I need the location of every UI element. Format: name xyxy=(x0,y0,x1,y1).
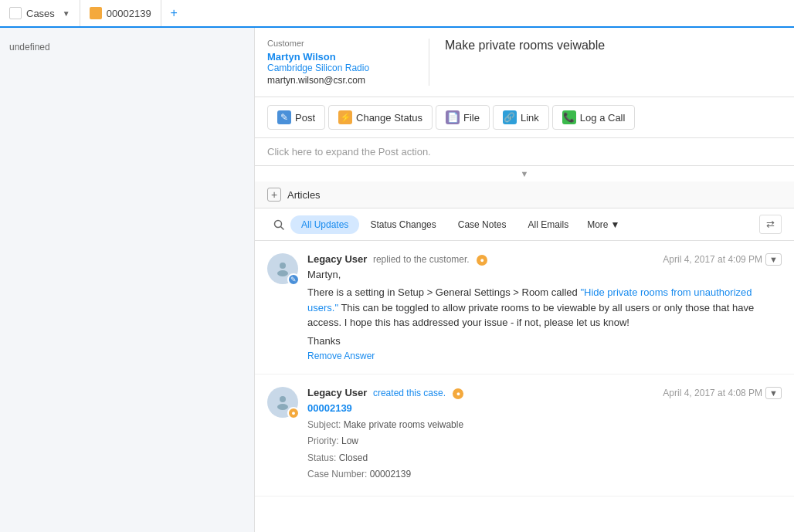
feed-created-action[interactable]: created this case. xyxy=(373,388,448,398)
feed-body: Legacy User replied to the customer. ● A… xyxy=(307,253,782,361)
tab-bar: Cases ▼ 00002139 + xyxy=(0,0,794,28)
feed-salutation: Martyn, xyxy=(307,269,782,280)
feed-item: ● Legacy User created this case. ● April… xyxy=(255,374,794,496)
add-tab-button[interactable]: + xyxy=(161,0,187,26)
priority-label: Priority: xyxy=(307,435,339,446)
priority-value: Low xyxy=(341,435,358,446)
add-tab-icon: + xyxy=(171,6,178,20)
post-expand-text: Click here to expand the Post action. xyxy=(267,146,431,158)
main-content: Customer Martyn Wilson Cambridge Silicon… xyxy=(255,28,794,532)
search-icon xyxy=(273,219,284,230)
post-label: Post xyxy=(295,112,315,124)
feed-thanks: Thanks xyxy=(307,335,782,347)
svg-point-3 xyxy=(277,270,288,276)
action-toolbar: ✎ Post ⚡ Change Status 📄 File 🔗 Link 📞 L… xyxy=(255,97,794,138)
cases-folder-icon xyxy=(9,7,22,19)
subject-value: Make private rooms veiwable xyxy=(344,419,463,430)
expand-arrow-icon: ▼ xyxy=(255,166,794,181)
status-label: Status: xyxy=(307,452,336,463)
filter-tab-case-notes[interactable]: Case Notes xyxy=(447,215,517,234)
main-layout: undefined Customer Martyn Wilson Cambrid… xyxy=(0,28,794,532)
feed-header-left: Legacy User created this case. ● xyxy=(307,387,463,399)
avatar-replied-badge: ✎ xyxy=(287,273,300,286)
feed-user: Legacy User xyxy=(307,253,367,265)
subject-label: Subject: xyxy=(307,419,341,430)
feed-header: Legacy User created this case. ● April 4… xyxy=(307,387,782,399)
customer-name[interactable]: Martyn Wilson xyxy=(267,51,416,63)
status-value: Closed xyxy=(339,452,368,463)
svg-point-5 xyxy=(277,404,288,410)
feed-body: Legacy User created this case. ● April 4… xyxy=(307,387,782,483)
change-status-label: Change Status xyxy=(356,112,422,124)
svg-line-1 xyxy=(281,226,284,229)
filter-bar-right: ⇄ xyxy=(759,215,782,234)
avatar-created-badge: ● xyxy=(287,407,300,419)
sidebar: undefined xyxy=(0,28,255,532)
post-expand-area[interactable]: Click here to expand the Post action. xyxy=(255,138,794,166)
file-button[interactable]: 📄 File xyxy=(436,105,490,130)
timestamp-dropdown-button[interactable]: ▼ xyxy=(765,253,782,266)
change-status-button[interactable]: ⚡ Change Status xyxy=(328,105,433,130)
svg-point-4 xyxy=(280,396,286,402)
customer-email: martyn.wilson@csr.com xyxy=(267,75,416,86)
customer-company[interactable]: Cambridge Silicon Radio xyxy=(267,63,416,73)
tab-case-detail-label: 00002139 xyxy=(107,8,151,19)
articles-label: Articles xyxy=(287,189,321,201)
case-number-value: 00002139 xyxy=(370,469,411,479)
feed-status-dot: ● xyxy=(477,255,487,266)
filter-tab-status-changes[interactable]: Status Changes xyxy=(359,215,446,234)
tab-case-detail[interactable]: 00002139 xyxy=(80,0,161,26)
feed-user: Legacy User xyxy=(307,387,367,398)
sidebar-undefined-text: undefined xyxy=(0,36,254,59)
case-subject: Make private rooms veiwable xyxy=(445,39,605,53)
feed-header: Legacy User replied to the customer. ● A… xyxy=(307,253,782,266)
filter-tab-more[interactable]: More ▼ xyxy=(579,215,627,234)
feed-search-button[interactable] xyxy=(267,216,290,233)
filter-bar: All Updates Status Changes Case Notes Al… xyxy=(255,208,794,241)
feed-message: There is a setting in Setup > General Se… xyxy=(307,285,782,330)
avatar: ✎ xyxy=(267,253,298,284)
log-a-call-label: Log a Call xyxy=(580,112,626,124)
articles-add-button[interactable]: + xyxy=(267,188,281,202)
timestamp-dropdown-button[interactable]: ▼ xyxy=(765,387,782,399)
file-label: File xyxy=(463,112,480,124)
feed-timestamp: April 4, 2017 at 4:08 PM ▼ xyxy=(663,387,782,399)
filter-tab-all-emails[interactable]: All Emails xyxy=(517,215,579,234)
change-status-icon: ⚡ xyxy=(338,110,352,124)
link-label: Link xyxy=(521,112,539,124)
link-icon: 🔗 xyxy=(503,110,517,124)
feed-timestamp-text: April 4, 2017 at 4:09 PM xyxy=(663,254,762,265)
feed-item: ✎ Legacy User replied to the customer. ●… xyxy=(255,241,794,374)
articles-bar: + Articles xyxy=(255,181,794,208)
remove-answer-link[interactable]: Remove Answer xyxy=(307,351,375,361)
filter-tab-all-updates[interactable]: All Updates xyxy=(290,215,359,234)
more-dropdown-icon: ▼ xyxy=(611,219,620,230)
cases-dropdown-arrow-icon[interactable]: ▼ xyxy=(63,9,70,18)
feed-timestamp-text: April 4, 2017 at 4:08 PM xyxy=(663,388,762,398)
post-button[interactable]: ✎ Post xyxy=(267,105,325,130)
feed-meta: Subject: Make private rooms veiwable Pri… xyxy=(307,417,782,483)
customer-section: Customer Martyn Wilson Cambridge Silicon… xyxy=(255,28,794,97)
customer-label: Customer xyxy=(267,39,416,48)
feed-container: ✎ Legacy User replied to the customer. ●… xyxy=(255,241,794,532)
tab-cases-label: Cases xyxy=(26,8,55,19)
feed-header-left: Legacy User replied to the customer. ● xyxy=(307,253,487,266)
case-number-label: Case Number: xyxy=(307,469,367,479)
feed-timestamp: April 4, 2017 at 4:09 PM ▼ xyxy=(663,253,782,266)
list-view-button[interactable]: ⇄ xyxy=(759,215,782,234)
customer-info: Customer Martyn Wilson Cambridge Silicon… xyxy=(267,39,429,86)
svg-point-2 xyxy=(280,263,286,269)
file-icon: 📄 xyxy=(446,110,460,124)
case-detail-folder-icon xyxy=(90,7,102,19)
log-call-icon: 📞 xyxy=(562,110,576,124)
case-number-link[interactable]: 00002139 xyxy=(307,402,782,414)
case-subject-section: Make private rooms veiwable xyxy=(429,39,605,86)
link-button[interactable]: 🔗 Link xyxy=(493,105,549,130)
post-icon: ✎ xyxy=(277,110,291,124)
log-a-call-button[interactable]: 📞 Log a Call xyxy=(552,105,636,130)
feed-action: replied to the customer. xyxy=(373,254,470,265)
tab-cases[interactable]: Cases ▼ xyxy=(0,0,80,26)
feed-status-dot: ● xyxy=(453,388,463,399)
avatar: ● xyxy=(267,387,298,418)
